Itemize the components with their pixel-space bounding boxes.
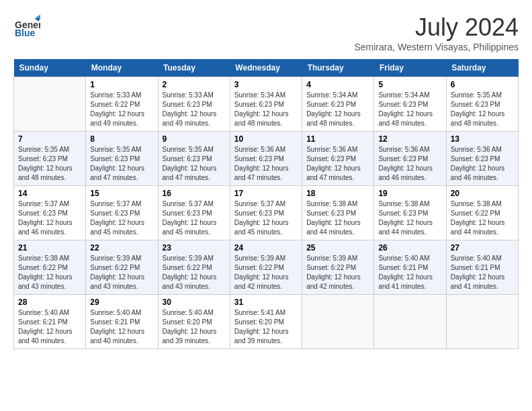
day-info: Sunrise: 5:40 AM Sunset: 6:21 PM Dayligh… (451, 254, 514, 291)
day-info: Sunrise: 5:34 AM Sunset: 6:23 PM Dayligh… (378, 91, 441, 128)
day-info: Sunrise: 5:35 AM Sunset: 6:23 PM Dayligh… (451, 91, 514, 128)
calendar-day-cell: 20Sunrise: 5:38 AM Sunset: 6:22 PM Dayli… (446, 186, 518, 240)
day-number: 19 (378, 189, 441, 198)
day-number: 2 (163, 80, 226, 89)
calendar-day-cell: 30Sunrise: 5:40 AM Sunset: 6:20 PM Dayli… (158, 295, 230, 349)
calendar-day-cell: 6Sunrise: 5:35 AM Sunset: 6:23 PM Daylig… (446, 77, 518, 132)
day-info: Sunrise: 5:35 AM Sunset: 6:23 PM Dayligh… (18, 145, 81, 183)
day-info: Sunrise: 5:36 AM Sunset: 6:23 PM Dayligh… (306, 145, 369, 183)
day-info: Sunrise: 5:35 AM Sunset: 6:23 PM Dayligh… (163, 145, 226, 183)
calendar-week-row: 21Sunrise: 5:38 AM Sunset: 6:22 PM Dayli… (14, 240, 519, 295)
day-number: 29 (90, 298, 153, 307)
calendar-day-cell: 21Sunrise: 5:38 AM Sunset: 6:22 PM Dayli… (14, 240, 86, 295)
day-info: Sunrise: 5:36 AM Sunset: 6:23 PM Dayligh… (234, 145, 298, 183)
calendar-day-cell: 11Sunrise: 5:36 AM Sunset: 6:23 PM Dayli… (302, 132, 374, 186)
calendar-week-row: 1Sunrise: 5:33 AM Sunset: 6:22 PM Daylig… (14, 77, 519, 132)
day-number: 9 (163, 134, 226, 144)
calendar-header-row: SundayMondayTuesdayWednesdayThursdayFrid… (14, 59, 519, 77)
day-number: 3 (234, 80, 298, 89)
weekday-header: Thursday (302, 59, 374, 77)
calendar-day-cell: 12Sunrise: 5:36 AM Sunset: 6:23 PM Dayli… (374, 132, 446, 186)
calendar-day-cell (374, 295, 446, 349)
day-number: 13 (451, 134, 514, 144)
day-info: Sunrise: 5:34 AM Sunset: 6:23 PM Dayligh… (234, 91, 298, 128)
day-number: 17 (234, 189, 298, 198)
day-number: 22 (90, 243, 153, 253)
weekday-header: Saturday (446, 59, 518, 77)
page-header: General Blue July 2024 Semirara, Western… (13, 13, 519, 52)
calendar-day-cell: 16Sunrise: 5:37 AM Sunset: 6:23 PM Dayli… (158, 186, 230, 240)
day-info: Sunrise: 5:37 AM Sunset: 6:23 PM Dayligh… (90, 199, 153, 237)
calendar-day-cell: 29Sunrise: 5:40 AM Sunset: 6:21 PM Dayli… (86, 295, 158, 349)
day-info: Sunrise: 5:33 AM Sunset: 6:22 PM Dayligh… (90, 91, 153, 128)
day-number: 1 (90, 80, 153, 89)
day-info: Sunrise: 5:37 AM Sunset: 6:23 PM Dayligh… (18, 199, 81, 237)
day-info: Sunrise: 5:40 AM Sunset: 6:21 PM Dayligh… (90, 308, 153, 346)
weekday-header: Friday (374, 59, 446, 77)
day-number: 25 (306, 243, 369, 253)
month-year-title: July 2024 (354, 13, 519, 42)
calendar-day-cell: 3Sunrise: 5:34 AM Sunset: 6:23 PM Daylig… (230, 77, 302, 132)
day-number: 4 (306, 80, 369, 89)
day-info: Sunrise: 5:35 AM Sunset: 6:23 PM Dayligh… (90, 145, 153, 183)
calendar-day-cell: 5Sunrise: 5:34 AM Sunset: 6:23 PM Daylig… (374, 77, 446, 132)
calendar-day-cell: 23Sunrise: 5:39 AM Sunset: 6:22 PM Dayli… (158, 240, 230, 295)
day-number: 21 (18, 243, 81, 253)
calendar-day-cell: 24Sunrise: 5:39 AM Sunset: 6:22 PM Dayli… (230, 240, 302, 295)
day-number: 28 (18, 298, 81, 307)
svg-text:Blue: Blue (15, 28, 36, 38)
day-info: Sunrise: 5:39 AM Sunset: 6:22 PM Dayligh… (90, 254, 153, 291)
calendar-week-row: 14Sunrise: 5:37 AM Sunset: 6:23 PM Dayli… (14, 186, 519, 240)
calendar-week-row: 28Sunrise: 5:40 AM Sunset: 6:21 PM Dayli… (14, 295, 519, 349)
calendar-day-cell: 14Sunrise: 5:37 AM Sunset: 6:23 PM Dayli… (14, 186, 86, 240)
calendar-day-cell: 19Sunrise: 5:38 AM Sunset: 6:23 PM Dayli… (374, 186, 446, 240)
calendar-day-cell: 27Sunrise: 5:40 AM Sunset: 6:21 PM Dayli… (446, 240, 518, 295)
day-info: Sunrise: 5:38 AM Sunset: 6:23 PM Dayligh… (306, 199, 369, 237)
day-number: 15 (90, 189, 153, 198)
weekday-header: Wednesday (230, 59, 302, 77)
day-number: 5 (378, 80, 441, 89)
logo: General Blue (13, 13, 40, 43)
day-info: Sunrise: 5:37 AM Sunset: 6:23 PM Dayligh… (234, 199, 298, 237)
day-info: Sunrise: 5:40 AM Sunset: 6:21 PM Dayligh… (378, 254, 441, 291)
day-number: 18 (306, 189, 369, 198)
day-info: Sunrise: 5:40 AM Sunset: 6:20 PM Dayligh… (163, 308, 226, 346)
day-number: 14 (18, 189, 81, 198)
calendar-day-cell: 25Sunrise: 5:39 AM Sunset: 6:22 PM Dayli… (302, 240, 374, 295)
location-subtitle: Semirara, Western Visayas, Philippines (354, 42, 519, 52)
logo-icon: General Blue (13, 13, 40, 40)
calendar-day-cell: 15Sunrise: 5:37 AM Sunset: 6:23 PM Dayli… (86, 186, 158, 240)
day-number: 26 (378, 243, 441, 253)
day-info: Sunrise: 5:36 AM Sunset: 6:23 PM Dayligh… (378, 145, 441, 183)
calendar-day-cell: 10Sunrise: 5:36 AM Sunset: 6:23 PM Dayli… (230, 132, 302, 186)
day-number: 30 (163, 298, 226, 307)
day-number: 23 (163, 243, 226, 253)
day-number: 31 (234, 298, 298, 307)
weekday-header: Sunday (14, 59, 86, 77)
day-info: Sunrise: 5:37 AM Sunset: 6:23 PM Dayligh… (163, 199, 226, 237)
day-info: Sunrise: 5:38 AM Sunset: 6:22 PM Dayligh… (451, 199, 514, 237)
day-number: 12 (378, 134, 441, 144)
weekday-header: Monday (86, 59, 158, 77)
calendar-day-cell: 22Sunrise: 5:39 AM Sunset: 6:22 PM Dayli… (86, 240, 158, 295)
calendar-day-cell (14, 77, 86, 132)
calendar-day-cell: 13Sunrise: 5:36 AM Sunset: 6:23 PM Dayli… (446, 132, 518, 186)
calendar-day-cell: 7Sunrise: 5:35 AM Sunset: 6:23 PM Daylig… (14, 132, 86, 186)
day-number: 7 (18, 134, 81, 144)
day-number: 8 (90, 134, 153, 144)
calendar-day-cell (302, 295, 374, 349)
calendar-day-cell: 31Sunrise: 5:41 AM Sunset: 6:20 PM Dayli… (230, 295, 302, 349)
calendar-day-cell: 8Sunrise: 5:35 AM Sunset: 6:23 PM Daylig… (86, 132, 158, 186)
day-info: Sunrise: 5:40 AM Sunset: 6:21 PM Dayligh… (18, 308, 81, 346)
day-number: 20 (451, 189, 514, 198)
calendar-day-cell: 9Sunrise: 5:35 AM Sunset: 6:23 PM Daylig… (158, 132, 230, 186)
calendar-day-cell: 4Sunrise: 5:34 AM Sunset: 6:23 PM Daylig… (302, 77, 374, 132)
day-number: 27 (451, 243, 514, 253)
day-info: Sunrise: 5:38 AM Sunset: 6:23 PM Dayligh… (378, 199, 441, 237)
weekday-header: Tuesday (158, 59, 230, 77)
calendar-day-cell (446, 295, 518, 349)
day-info: Sunrise: 5:36 AM Sunset: 6:23 PM Dayligh… (451, 145, 514, 183)
day-info: Sunrise: 5:39 AM Sunset: 6:22 PM Dayligh… (163, 254, 226, 291)
day-number: 10 (234, 134, 298, 144)
calendar-day-cell: 26Sunrise: 5:40 AM Sunset: 6:21 PM Dayli… (374, 240, 446, 295)
